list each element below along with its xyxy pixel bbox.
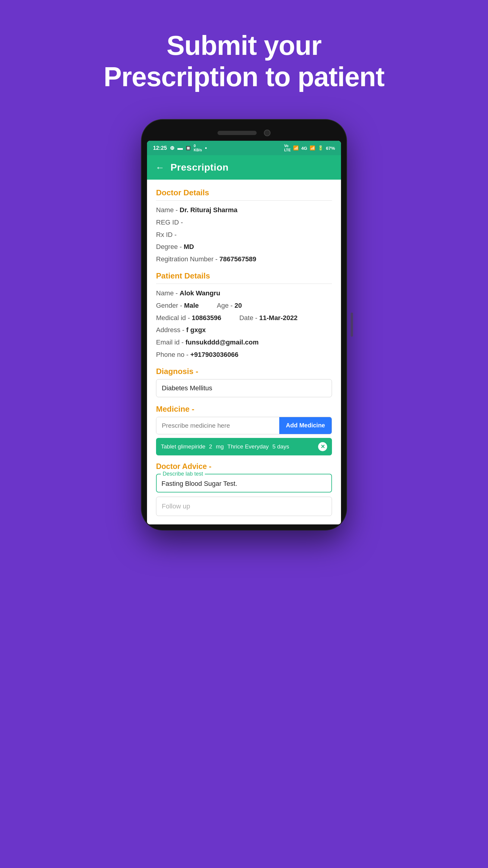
patient-email-label: Email id - (156, 338, 186, 346)
doctor-rxid-label: Rx ID - (156, 231, 176, 239)
doctor-name-value: Dr. Rituraj Sharma (180, 206, 237, 214)
medicine-input-row: Add Medicine (156, 417, 332, 434)
tag-remove-button[interactable]: ✕ (318, 442, 327, 451)
patient-phone-row: Phone no - +917903036066 (156, 350, 332, 360)
lab-test-field[interactable]: Describe lab test Fasting Blood Sugar Te… (156, 474, 332, 493)
status-battery-pct: 67% (326, 146, 335, 151)
lab-field-value: Fasting Blood Sugar Test. (161, 480, 327, 488)
status-wifi-icon: ⊕ (170, 145, 174, 151)
doctor-regnum-label: Regitration Number - (156, 255, 219, 263)
status-bar: 12:25 ⊕ ▬ 🔲 0KB/s • VoLTE 📶 4G 📶 🔋 67% (147, 141, 341, 155)
patient-name-row: Name - Alok Wangru (156, 289, 332, 298)
diagnosis-section: Diagnosis - Diabetes Mellitus (156, 367, 332, 397)
status-time: 12:25 (153, 145, 167, 151)
status-left: 12:25 ⊕ ▬ 🔲 0KB/s • (153, 144, 207, 152)
patient-email-row: Email id - funsukddd@gmail.com (156, 338, 332, 347)
status-signal3-icon: 📶 (310, 145, 315, 151)
medicine-tag: Tablet glimepiride 2 mg Thrice Everyday … (156, 438, 332, 456)
patient-age: Age - 20 (217, 301, 242, 310)
status-signal-icon: ▬ (177, 145, 183, 151)
phone-mockup: 12:25 ⊕ ▬ 🔲 0KB/s • VoLTE 📶 4G 📶 🔋 67% (141, 120, 347, 530)
tag-duration: 5 days (272, 443, 289, 450)
status-4g-label: 4G (301, 146, 307, 151)
hero-line1: Submit your (104, 30, 384, 61)
patient-gender-value: Male (184, 302, 199, 309)
doctor-regnum-value: 7867567589 (219, 255, 256, 263)
doctor-degree-value: MD (184, 243, 194, 250)
doctor-regnum-row: Regitration Number - 7867567589 (156, 255, 332, 264)
hero-title: Submit your Prescription to patient (104, 30, 384, 93)
doctor-divider (156, 200, 332, 201)
patient-gender-label: Gender - (156, 302, 184, 309)
tag-unit: mg (216, 443, 224, 450)
tag-frequency: Thrice Everyday (227, 443, 269, 450)
status-battery-icon: 🔋 (318, 145, 324, 151)
notch-camera (264, 130, 270, 136)
patient-address-row: Address - f gxgx (156, 326, 332, 335)
doctor-degree-label: Degree - (156, 243, 184, 250)
patient-age-value: 20 (235, 302, 242, 309)
notch-pill (218, 131, 257, 135)
medicine-input[interactable] (156, 417, 279, 434)
diagnosis-value[interactable]: Diabetes Mellitus (156, 379, 332, 397)
patient-gender: Gender - Male (156, 301, 199, 310)
status-download-icon: 🔲 (186, 146, 191, 150)
patient-date: Date - 11-Mar-2022 (239, 313, 297, 323)
patient-date-value: 11-Mar-2022 (259, 314, 298, 321)
patient-medid-label: Medical id - (156, 314, 192, 321)
doctor-details-heading: Doctor Details (156, 188, 332, 197)
phone-notch (147, 125, 341, 141)
doctor-rxid-row: Rx ID - (156, 230, 332, 240)
scroll-indicator (351, 313, 353, 337)
status-signal2-icon: 📶 (293, 145, 299, 151)
lab-field-legend: Describe lab test (161, 471, 205, 477)
doctor-degree-row: Degree - MD (156, 242, 332, 252)
patient-name-label: Name - (156, 289, 180, 297)
patient-details-section: Patient Details Name - Alok Wangru Gende… (156, 271, 332, 360)
back-button[interactable]: ← (156, 162, 164, 173)
status-right: VoLTE 📶 4G 📶 🔋 67% (284, 144, 335, 152)
content-area: Doctor Details Name - Dr. Rituraj Sharma… (147, 180, 341, 524)
app-bar: ← Prescription (147, 155, 341, 180)
status-dot: • (205, 145, 207, 151)
patient-medid-date-row: Medical id - 10863596 Date - 11-Mar-2022 (156, 313, 332, 323)
patient-phone-value: +917903036066 (190, 351, 238, 358)
doctor-name-row: Name - Dr. Rituraj Sharma (156, 206, 332, 215)
followup-field[interactable]: Follow up (156, 497, 332, 516)
medicine-tag-text: Tablet glimepiride 2 mg Thrice Everyday … (161, 443, 315, 450)
patient-medid: Medical id - 10863596 (156, 313, 221, 323)
status-data-label: 0KB/s (194, 144, 202, 152)
patient-age-label: Age - (217, 302, 235, 309)
patient-phone-label: Phone no - (156, 351, 190, 358)
app-bar-title: Prescription (170, 162, 229, 173)
doctor-details-section: Doctor Details Name - Dr. Rituraj Sharma… (156, 188, 332, 264)
doctor-regid-row: REG ID - (156, 218, 332, 227)
doctor-name-label: Name - (156, 206, 180, 214)
tag-dose: 2 (209, 443, 213, 450)
status-volte-icon: VoLTE (284, 144, 291, 152)
medicine-label: Medicine - (156, 404, 332, 414)
patient-gender-age-row: Gender - Male Age - 20 (156, 301, 332, 310)
phone-screen: 12:25 ⊕ ▬ 🔲 0KB/s • VoLTE 📶 4G 📶 🔋 67% (147, 141, 341, 524)
patient-date-label: Date - (239, 314, 259, 321)
medicine-section: Medicine - Add Medicine Tablet glimepiri… (156, 404, 332, 456)
doctor-advice-section: Doctor Advice - Describe lab test Fastin… (156, 462, 332, 516)
patient-divider (156, 284, 332, 284)
doctor-regid-label: REG ID - (156, 218, 183, 226)
hero-line2: Prescription to patient (104, 61, 384, 93)
patient-email-value: funsukddd@gmail.com (186, 338, 259, 346)
patient-medid-value: 10863596 (192, 314, 221, 321)
patient-address-label: Address - (156, 326, 186, 334)
phone-outer: 12:25 ⊕ ▬ 🔲 0KB/s • VoLTE 📶 4G 📶 🔋 67% (141, 120, 347, 530)
tag-name: Tablet glimepiride (161, 443, 205, 450)
add-medicine-button[interactable]: Add Medicine (279, 417, 332, 434)
patient-details-heading: Patient Details (156, 271, 332, 281)
patient-name-value: Alok Wangru (180, 289, 220, 297)
patient-address-value: f gxgx (186, 326, 206, 334)
doctor-advice-label: Doctor Advice - (156, 462, 332, 471)
diagnosis-label: Diagnosis - (156, 367, 332, 376)
